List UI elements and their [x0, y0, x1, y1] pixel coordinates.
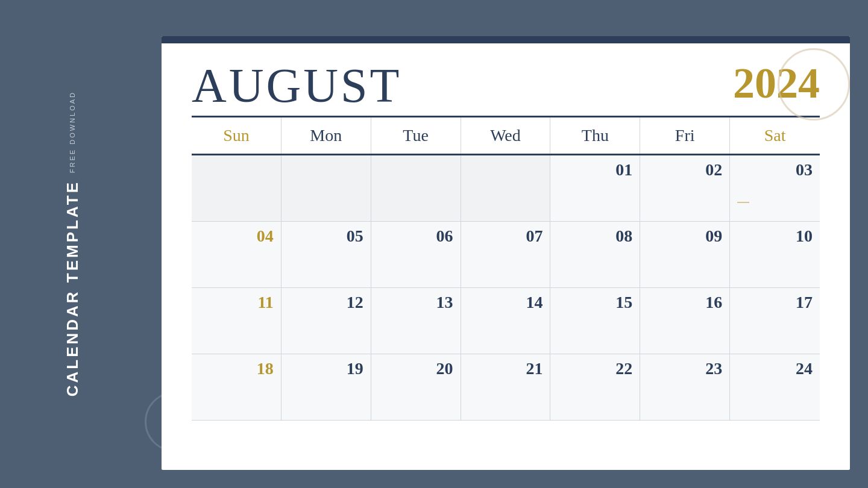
cell-date: 01	[558, 160, 632, 180]
table-row: 22	[550, 354, 640, 421]
table-row: 23	[640, 354, 730, 421]
table-row: 20	[371, 354, 461, 421]
table-row: 08	[550, 222, 640, 288]
cell-date: 10	[737, 227, 813, 246]
table-row: 05	[281, 222, 371, 288]
cell-dash	[737, 202, 749, 203]
cell-date: 17	[737, 293, 813, 312]
table-row: 11	[192, 288, 281, 354]
cell-date: 03	[737, 160, 813, 180]
table-row: 19	[281, 354, 371, 421]
cell-date: 08	[558, 227, 632, 246]
cell-date: 19	[289, 359, 363, 378]
cell-date: 15	[558, 293, 632, 312]
sidebar: FREE DOWNLOAD CALENDAR TEMPLATE	[0, 0, 145, 488]
cell-date: 14	[468, 293, 543, 312]
cell-date: 16	[647, 293, 722, 312]
table-row: 16	[640, 288, 730, 354]
day-header-wed: Wed	[461, 117, 551, 154]
cell-date: 11	[199, 293, 274, 312]
cell-date: 09	[647, 227, 722, 246]
table-row: 15	[550, 288, 640, 354]
table-row: 10	[730, 222, 820, 288]
table-row	[192, 155, 281, 222]
cell-date: 21	[468, 359, 543, 378]
cell-date: 24	[737, 359, 813, 378]
table-row: 18	[192, 354, 281, 421]
cell-date: 20	[379, 359, 453, 378]
day-header-mon: Mon	[281, 117, 371, 154]
cell-date: 06	[379, 227, 453, 246]
table-row: 02	[640, 155, 730, 222]
table-row: 09	[640, 222, 730, 288]
table-row: 06	[371, 222, 461, 288]
top-strip	[162, 36, 850, 43]
day-header-fri: Fri	[640, 117, 730, 154]
calendar-grid: 01 02 03 04 05 06 07 08	[192, 155, 820, 421]
table-row: 07	[461, 222, 551, 288]
table-row: 13	[371, 288, 461, 354]
day-header-thu: Thu	[550, 117, 640, 154]
cell-date: 18	[199, 359, 274, 378]
calendar-panel: AUGUST 2024 Sun Mon Tue Wed Thu Fri Sat …	[162, 36, 850, 470]
table-row	[281, 155, 371, 222]
cell-date: 02	[647, 160, 722, 180]
cell-date: 22	[558, 359, 632, 378]
cal-deco-circle	[778, 48, 850, 120]
calendar-header: AUGUST 2024	[192, 55, 820, 110]
cell-date: 07	[468, 227, 543, 246]
cell-date: 13	[379, 293, 453, 312]
table-row: 21	[461, 354, 551, 421]
month-title: AUGUST	[192, 61, 401, 110]
cell-date: 04	[199, 227, 274, 246]
cell-date: 05	[289, 227, 363, 246]
day-headers: Sun Mon Tue Wed Thu Fri Sat	[192, 117, 820, 155]
table-row: 14	[461, 288, 551, 354]
cell-date: 12	[289, 293, 363, 312]
table-row: 04	[192, 222, 281, 288]
calendar-template-label: CALENDAR TEMPLATE	[63, 180, 82, 396]
table-row	[461, 155, 551, 222]
cell-date: 23	[647, 359, 722, 378]
day-header-sun: Sun	[192, 117, 281, 154]
table-row: 17	[730, 288, 820, 354]
calendar-inner: AUGUST 2024 Sun Mon Tue Wed Thu Fri Sat …	[162, 43, 850, 433]
day-header-sat: Sat	[730, 117, 820, 154]
table-row: 24	[730, 354, 820, 421]
day-header-tue: Tue	[371, 117, 461, 154]
free-download-label: FREE DOWNLOAD	[69, 91, 76, 173]
table-row: 01	[550, 155, 640, 222]
table-row	[371, 155, 461, 222]
table-row: 12	[281, 288, 371, 354]
table-row: 03	[730, 155, 820, 222]
